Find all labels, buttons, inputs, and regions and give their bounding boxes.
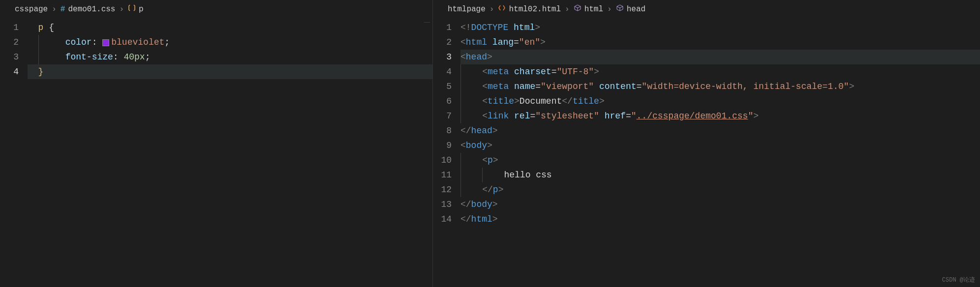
html-file-icon xyxy=(498,4,506,14)
chevron-right-icon: › xyxy=(119,5,124,14)
breadcrumb-symbol[interactable]: html xyxy=(574,4,603,14)
gutter: 1 2 3 4 5 6 7 8 9 10 11 12 13 14 xyxy=(433,18,460,287)
symbol-selector-icon xyxy=(128,4,136,14)
line-number: 12 xyxy=(433,182,460,197)
breadcrumb-folder[interactable]: csspage xyxy=(15,5,48,14)
line-number: 3 xyxy=(0,50,28,64)
line-number: 8 xyxy=(433,123,460,138)
line-number: 1 xyxy=(0,20,28,35)
css-selector: p xyxy=(38,20,44,35)
chevron-right-icon: › xyxy=(490,5,494,14)
code-area[interactable]: p { color: blueviolet; font-size: 40px; … xyxy=(28,18,432,287)
line-number: 9 xyxy=(433,138,460,153)
chevron-right-icon: › xyxy=(607,5,612,14)
symbol-module-icon xyxy=(616,4,624,14)
chevron-right-icon: › xyxy=(52,5,57,14)
line-number: 10 xyxy=(433,153,460,168)
breadcrumb-symbol[interactable]: p xyxy=(128,4,144,14)
css-file-icon: # xyxy=(61,5,65,14)
line-number: 11 xyxy=(433,168,460,182)
brace: } xyxy=(38,64,44,79)
line-number: 4 xyxy=(433,64,460,79)
watermark: CSDN @论迹 xyxy=(942,276,975,284)
editor-pane-left: csspage › # demo01.css › p ┈┈┈ 1 2 3 4 p… xyxy=(0,0,433,287)
breadcrumb: csspage › # demo01.css › p xyxy=(0,0,432,18)
line-number: 13 xyxy=(433,197,460,212)
line-number: 2 xyxy=(0,35,28,50)
line-number: 7 xyxy=(433,109,460,123)
css-value: blueviolet xyxy=(111,35,164,50)
line-number: 2 xyxy=(433,35,460,50)
brace: { xyxy=(43,20,54,35)
editor-area[interactable]: ┈┈┈ 1 2 3 4 p { color: blueviolet; font-… xyxy=(0,18,432,287)
editor-area[interactable]: 1 2 3 4 5 6 7 8 9 10 11 12 13 14 <!DOCTY… xyxy=(433,18,980,287)
symbol-module-icon xyxy=(574,4,582,14)
line-number: 6 xyxy=(433,94,460,109)
css-property: font-size xyxy=(65,50,113,64)
breadcrumb-file[interactable]: # demo01.css xyxy=(61,5,116,14)
chevron-right-icon: › xyxy=(565,5,570,14)
editor-pane-right: htmlpage › html02.html › html › head 1 2… xyxy=(433,0,980,287)
line-number: 3 xyxy=(433,50,460,64)
gutter: 1 2 3 4 xyxy=(0,18,28,287)
css-property: color xyxy=(65,35,92,50)
line-number: 1 xyxy=(433,20,460,35)
href-link[interactable]: ../csspage/demo01.css xyxy=(637,109,748,123)
breadcrumb: htmlpage › html02.html › html › head xyxy=(433,0,980,18)
breadcrumb-file[interactable]: html02.html xyxy=(498,4,561,14)
code-area[interactable]: <!DOCTYPE html> <html lang="en"> <head> … xyxy=(460,18,980,287)
line-number: 5 xyxy=(433,79,460,94)
css-value: 40px xyxy=(123,50,145,64)
line-number: 4 xyxy=(0,64,28,79)
breadcrumb-symbol[interactable]: head xyxy=(616,4,645,14)
line-number: 14 xyxy=(433,212,460,227)
color-swatch-icon[interactable] xyxy=(102,39,109,46)
breadcrumb-folder[interactable]: htmlpage xyxy=(448,5,486,14)
